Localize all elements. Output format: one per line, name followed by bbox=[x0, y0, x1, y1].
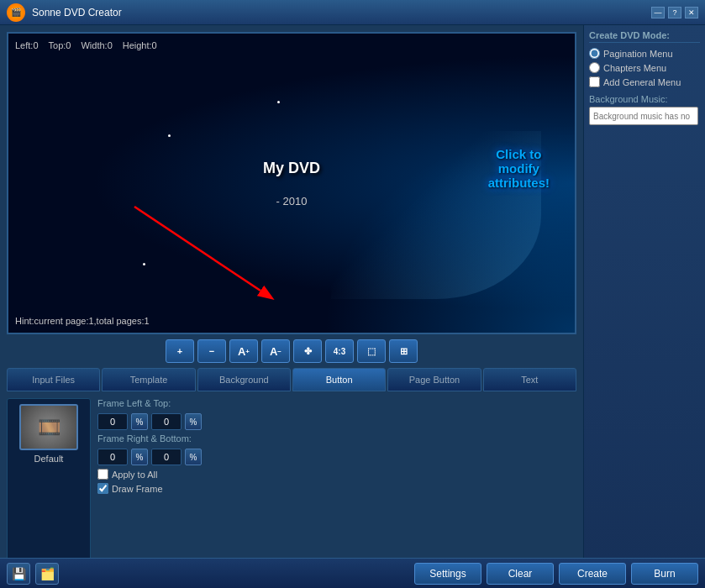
tab-template[interactable]: Template bbox=[102, 368, 195, 391]
close-button[interactable]: ✕ bbox=[685, 7, 698, 18]
add-btn[interactable]: + bbox=[166, 339, 194, 363]
tab-page-button[interactable]: Page Button bbox=[387, 368, 481, 391]
frame-right-input[interactable] bbox=[97, 449, 128, 465]
preview-area: Left:0 Top:0 Width:0 Height:0 My DVD - 2… bbox=[7, 32, 576, 334]
tab-bar: Input Files Template Background Button P… bbox=[7, 368, 576, 391]
minimize-button[interactable]: — bbox=[651, 7, 665, 18]
apply-to-all-checkbox[interactable] bbox=[97, 469, 108, 480]
coord-height: Height:0 bbox=[123, 40, 157, 50]
draw-frame-checkbox[interactable] bbox=[97, 483, 108, 494]
frame-settings: Frame Left & Top: % % Frame Right & Bott… bbox=[97, 398, 576, 581]
tab-button[interactable]: Button bbox=[292, 368, 386, 391]
ratio-btn[interactable]: 4:3 bbox=[325, 339, 354, 363]
frame-left-spin[interactable]: % bbox=[131, 413, 148, 430]
apply-to-all-label: Apply to All bbox=[112, 470, 157, 480]
frame-right-spin[interactable]: % bbox=[131, 449, 148, 465]
toolbar: + − A+ A− ✤ 4:3 ⬚ ⊞ bbox=[7, 339, 576, 363]
preview-content[interactable]: Left:0 Top:0 Width:0 Height:0 My DVD - 2… bbox=[8, 34, 575, 333]
left-panel: Left:0 Top:0 Width:0 Height:0 My DVD - 2… bbox=[0, 25, 583, 588]
main-container: Left:0 Top:0 Width:0 Height:0 My DVD - 2… bbox=[0, 25, 705, 588]
burn-button[interactable]: Burn bbox=[631, 563, 698, 585]
pagination-menu-row: Pagination Menu bbox=[589, 48, 700, 59]
frame-top-spin[interactable]: % bbox=[185, 413, 202, 430]
chapters-radio[interactable] bbox=[589, 62, 600, 73]
frame-top-input[interactable] bbox=[151, 413, 182, 430]
content-area: 🎞️ Default Frame Left & Top: % % Frame R… bbox=[7, 398, 576, 581]
thumbnail-label: Default bbox=[34, 454, 64, 464]
add-general-checkbox[interactable] bbox=[589, 76, 600, 87]
frame-bottom-spin[interactable]: % bbox=[185, 449, 202, 465]
apply-to-all-row: Apply to All bbox=[97, 469, 576, 480]
bottom-icon-btn-2[interactable]: 🗂️ bbox=[35, 563, 59, 585]
help-button[interactable]: ? bbox=[668, 7, 681, 18]
add-general-menu-row: Add General Menu bbox=[589, 76, 700, 87]
app-icon: 🎬 bbox=[7, 3, 25, 22]
tab-input-files[interactable]: Input Files bbox=[7, 368, 100, 391]
frame-btn[interactable]: ⬚ bbox=[357, 339, 386, 363]
preview-title: My DVD bbox=[263, 160, 320, 177]
grid-btn[interactable]: ⊞ bbox=[389, 339, 418, 363]
coord-top: Top:0 bbox=[49, 40, 71, 50]
chapters-menu-row: Chapters Menu bbox=[589, 62, 700, 73]
pagination-label: Pagination Menu bbox=[603, 49, 673, 59]
bottom-icon-btn-1[interactable]: 💾 bbox=[7, 563, 30, 585]
svg-line-1 bbox=[134, 207, 260, 291]
titlebar: 🎬 Sonne DVD Creator — ? ✕ bbox=[0, 0, 705, 25]
thumbnail-area: 🎞️ Default bbox=[7, 398, 91, 581]
frame-left-input[interactable] bbox=[97, 413, 128, 430]
add-general-label: Add General Menu bbox=[603, 77, 681, 87]
frame-left-top-label: Frame Left & Top: bbox=[97, 398, 576, 408]
music-label: Background Music: bbox=[589, 94, 700, 104]
preview-coords: Left:0 Top:0 Width:0 Height:0 bbox=[15, 40, 157, 50]
coord-width: Width:0 bbox=[81, 40, 112, 50]
create-button[interactable]: Create bbox=[559, 563, 626, 585]
draw-frame-label: Draw Frame bbox=[112, 484, 163, 494]
star-deco bbox=[168, 134, 171, 137]
frame-bottom-input[interactable] bbox=[151, 449, 182, 465]
tab-background[interactable]: Background bbox=[197, 368, 291, 391]
click-hint: Click tomodifyattributes! bbox=[488, 147, 550, 190]
draw-frame-row: Draw Frame bbox=[97, 483, 576, 494]
frame-right-bottom-row: % % bbox=[97, 449, 576, 465]
window-controls: — ? ✕ bbox=[651, 7, 698, 18]
thumbnail-image[interactable]: 🎞️ bbox=[19, 404, 78, 450]
chapters-label: Chapters Menu bbox=[603, 63, 666, 73]
hint-text: Hint:current page:1,total pages:1 bbox=[15, 316, 150, 326]
frame-right-bottom-label: Frame Right & Bottom: bbox=[97, 433, 576, 444]
pagination-radio[interactable] bbox=[589, 48, 600, 59]
star-deco3 bbox=[277, 101, 280, 103]
red-arrow bbox=[126, 198, 294, 307]
tab-text[interactable]: Text bbox=[483, 368, 576, 391]
font-increase-btn[interactable]: A+ bbox=[229, 339, 258, 363]
frame-left-top-row: % % bbox=[97, 413, 576, 430]
font-decrease-btn[interactable]: A− bbox=[261, 339, 290, 363]
minus-btn[interactable]: − bbox=[197, 339, 226, 363]
app-title: Sonne DVD Creator bbox=[32, 7, 651, 18]
special-btn[interactable]: ✤ bbox=[293, 339, 322, 363]
right-panel: Create DVD Mode: Pagination Menu Chapter… bbox=[583, 25, 705, 588]
create-mode-title: Create DVD Mode: bbox=[589, 30, 700, 43]
bottom-bar: 💾 🗂️ Settings Clear Create Burn bbox=[0, 558, 705, 588]
settings-button[interactable]: Settings bbox=[414, 563, 481, 585]
music-input[interactable] bbox=[589, 107, 698, 125]
coord-left: Left:0 bbox=[15, 40, 39, 50]
clear-button[interactable]: Clear bbox=[487, 563, 554, 585]
